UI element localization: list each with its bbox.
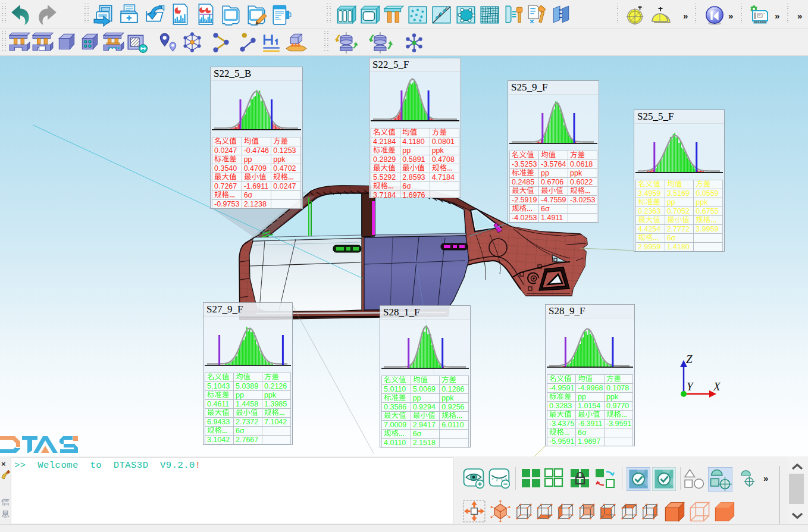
- svg-text:Z: Z: [686, 353, 693, 365]
- svg-text:Y: Y: [687, 380, 694, 393]
- svg-text:X: X: [713, 380, 721, 393]
